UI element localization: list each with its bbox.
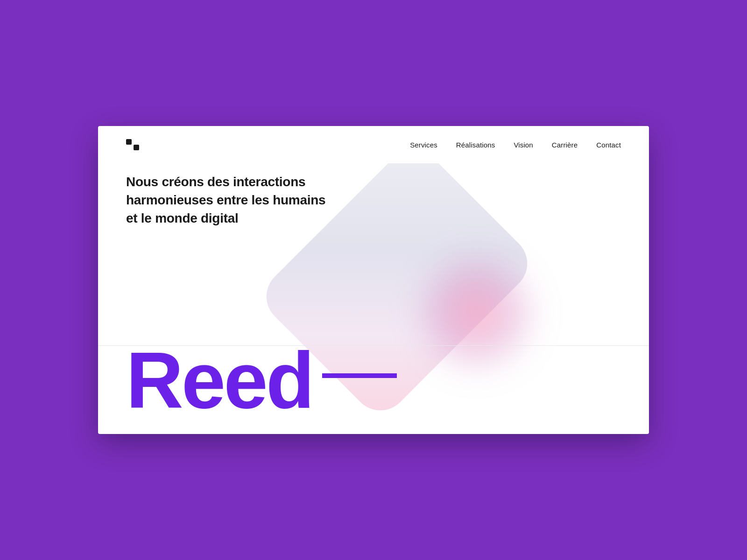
brand-name: Reed xyxy=(126,341,313,420)
site-header: Services Réalisations Vision Carrière Co… xyxy=(98,126,649,163)
browser-window: Services Réalisations Vision Carrière Co… xyxy=(98,126,649,434)
nav-vision[interactable]: Vision xyxy=(514,141,533,149)
logo-icon xyxy=(126,139,139,150)
hero-text: Nous créons des interactions harmonieuse… xyxy=(126,173,331,228)
hero-section: Nous créons des interactions harmonieuse… xyxy=(98,163,649,434)
hero-headline: Nous créons des interactions harmonieuse… xyxy=(126,173,331,228)
nav-carriere[interactable]: Carrière xyxy=(552,141,578,149)
nav-services[interactable]: Services xyxy=(410,141,437,149)
nav-contact[interactable]: Contact xyxy=(596,141,621,149)
big-text-container: Reed xyxy=(98,345,649,420)
logo[interactable] xyxy=(126,139,139,150)
main-nav: Services Réalisations Vision Carrière Co… xyxy=(410,141,621,149)
dash-decoration xyxy=(322,373,397,378)
nav-realisations[interactable]: Réalisations xyxy=(456,141,495,149)
